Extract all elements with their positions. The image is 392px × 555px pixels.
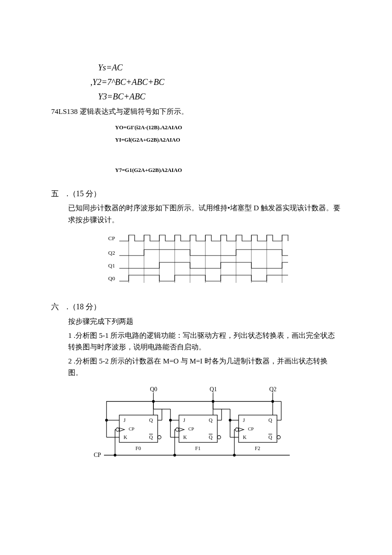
- section-6-item2: 2 .分析图 5-2 所示的计数器在 M=O 与 M=I 时各为几进制计数器，并…: [68, 355, 341, 378]
- svg-point-46: [235, 428, 239, 431]
- section-6-intro: 按步骤完成下列两题: [68, 316, 341, 327]
- svg-text:Q: Q: [268, 434, 272, 440]
- label-q1: Q1: [108, 262, 115, 269]
- svg-text:J: J: [243, 417, 245, 423]
- section-6-heading: 六 .（18 分）: [51, 301, 341, 313]
- label-cp-input: CP: [94, 452, 101, 458]
- logic-y0: YO=GI'(i2A-(12B).A2AIAO: [115, 123, 341, 132]
- section-5-heading: 五 .（15 分）: [51, 188, 341, 200]
- svg-marker-36: [179, 428, 184, 431]
- svg-point-29: [158, 436, 161, 439]
- svg-point-79: [174, 454, 176, 456]
- svg-point-47: [277, 436, 280, 439]
- timing-diagram: CP Q2 Q1 Q0: [102, 232, 290, 288]
- label-q2-out: Q2: [269, 386, 277, 392]
- svg-point-28: [116, 428, 119, 431]
- label-f1: F1: [195, 445, 201, 451]
- svg-text:K: K: [183, 434, 187, 440]
- svg-point-80: [233, 454, 236, 456]
- svg-point-20: [106, 419, 108, 421]
- svg-point-78: [114, 454, 116, 456]
- svg-marker-45: [239, 428, 244, 431]
- circuit-diagram: Q0 Q1 Q2 J Q CP K Q F0 J Q CP K: [94, 385, 298, 471]
- svg-text:Q: Q: [149, 434, 153, 440]
- label-q0: Q0: [108, 275, 115, 282]
- label-cp: CP: [108, 235, 115, 241]
- label-f2: F2: [255, 445, 260, 451]
- svg-text:K: K: [243, 434, 247, 440]
- logic-expression-block: YO=GI'(i2A-(12B).A2AIAO YI=Gl(G2A+G2B)A2…: [115, 123, 341, 174]
- svg-point-38: [217, 436, 221, 439]
- equation-ys: Ys=AC: [98, 61, 341, 74]
- svg-text:Q: Q: [149, 417, 153, 423]
- svg-text:Q: Q: [268, 417, 272, 423]
- svg-text:Q: Q: [209, 417, 213, 423]
- svg-text:CP: CP: [248, 426, 254, 431]
- svg-text:Q: Q: [209, 434, 213, 440]
- svg-text:CP: CP: [188, 426, 194, 431]
- section-6-item1: 1 .分析图 5-1 所示电路的逻辑功能：写出驱动方程，列出状态转换表，画出完全…: [68, 330, 341, 353]
- logic-y7: Y7=G1(G2A+G2B)A2AIAO: [115, 166, 341, 175]
- label-q0-out: Q0: [150, 386, 157, 392]
- svg-point-55: [170, 419, 172, 421]
- label-q1-out: Q1: [210, 386, 217, 392]
- label-q2: Q2: [108, 250, 115, 256]
- equation-block: Ys=AC ,Y2=7^BC+ABC+BC Y3=BC+ABC: [98, 61, 341, 103]
- logic-yi: YI=Gl(G2A+G2B)A2AIAO: [115, 136, 341, 145]
- svg-point-37: [176, 428, 179, 431]
- text-74ls138: 74LS138 逻辑表达式与逻辑符号如下所示。: [51, 106, 341, 117]
- svg-text:J: J: [183, 417, 185, 423]
- label-f0: F0: [135, 445, 141, 451]
- svg-text:CP: CP: [129, 426, 134, 431]
- svg-marker-27: [119, 428, 124, 431]
- svg-point-63: [229, 419, 231, 421]
- svg-text:J: J: [124, 417, 126, 423]
- section-5-body: 已知同步计数器的时序波形如下图所示。试用维持•堵塞型 D 触发器实现该计数器。要…: [68, 202, 341, 225]
- equation-y2: ,Y2=7^BC+ABC+BC: [90, 75, 341, 89]
- svg-text:K: K: [124, 434, 127, 440]
- equation-y3: Y3=BC+ABC: [98, 90, 341, 103]
